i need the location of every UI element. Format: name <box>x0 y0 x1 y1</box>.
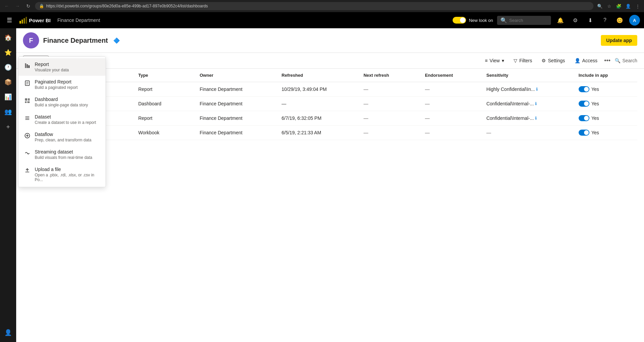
workspace-avatar: F <box>23 32 39 48</box>
new-look-toggle[interactable]: New look on <box>453 17 493 24</box>
include-toggle-1[interactable] <box>579 101 589 107</box>
dataflow-subtitle: Prep, clean, and transform data <box>35 138 100 142</box>
settings-icon: ⚙ <box>542 58 546 63</box>
zoom-button[interactable]: 🔍 <box>596 2 604 10</box>
col-header-owner: Owner <box>197 69 279 82</box>
svg-rect-11 <box>25 98 27 101</box>
search-toolbar-icon: 🔍 <box>615 58 620 63</box>
svg-rect-5 <box>27 64 28 68</box>
svg-rect-17 <box>25 119 29 120</box>
row-include-3: Yes <box>576 126 637 140</box>
report-title: Report <box>35 62 100 67</box>
search-icon: 🔍 <box>500 17 507 24</box>
menu-item-upload-file[interactable]: Upload a file Open a .pbix, .rdl, .xlsx,… <box>19 163 105 185</box>
left-sidebar: 🏠 ⭐ 🕐 📦 📊 👥 ＋ 👤 <box>0 28 16 342</box>
sidebar-recent-button[interactable]: 🕐 <box>1 61 15 74</box>
row-next-refresh-1: — <box>361 97 422 111</box>
dataset-icon <box>24 115 31 122</box>
yes-label-2: Yes <box>591 115 599 121</box>
row-type-2: Report <box>135 111 197 126</box>
include-toggle-3[interactable] <box>579 130 589 136</box>
menu-item-paginated-report[interactable]: Paginated Report Build a paginated repor… <box>19 76 105 93</box>
upload-file-title: Upload a file <box>35 167 100 172</box>
feedback-button[interactable]: 😊 <box>614 15 625 26</box>
menu-item-streaming-dataset[interactable]: Streaming dataset Build visuals from rea… <box>19 146 105 163</box>
row-next-refresh-3: — <box>361 126 422 140</box>
row-owner-0: Finance Department <box>197 82 279 97</box>
user-avatar[interactable]: A <box>629 15 640 26</box>
more-button[interactable]: ⋮ <box>634 2 641 10</box>
more-options-button[interactable]: ••• <box>604 57 611 64</box>
extensions-button[interactable]: 🧩 <box>615 2 622 10</box>
sidebar-apps-button[interactable]: 📦 <box>1 75 15 89</box>
table-body: Report Finance Department 10/29/19, 3:49… <box>23 82 637 140</box>
sensitivity-info-icon[interactable]: ℹ <box>536 87 538 92</box>
paginated-report-icon <box>24 80 31 87</box>
table-header-row: Type Owner Refreshed Next refresh Endors… <box>23 69 637 82</box>
settings-toolbar-button[interactable]: ⚙ Settings <box>539 57 568 65</box>
address-bar[interactable]: 🔒 https://dxt.powerbi.com/groups/80e26d0… <box>35 2 593 10</box>
filters-button[interactable]: ▽ Filters <box>511 57 535 65</box>
update-app-button[interactable]: Update app <box>601 35 637 46</box>
row-type-3: Workbook <box>135 126 197 140</box>
menu-item-dashboard[interactable]: Dashboard Build a single-page data story <box>19 93 105 111</box>
app-header: ☰ Power BI Finance Department New look o… <box>0 12 644 28</box>
forward-button[interactable]: → <box>13 2 22 10</box>
menu-item-report[interactable]: Report Visualize your data <box>19 58 105 76</box>
profile-button[interactable]: 👤 <box>624 2 632 10</box>
sidebar-home-button[interactable]: 🏠 <box>1 31 15 44</box>
content-area: F Finance Department 🔷 Update app + New … <box>16 28 644 342</box>
row-sensitivity-3: — <box>484 126 576 140</box>
row-refreshed-2: 6/7/19, 6:32:05 PM <box>279 111 361 126</box>
download-button[interactable]: ⬇ <box>585 15 595 26</box>
help-button[interactable]: ? <box>600 15 610 26</box>
row-sensitivity-1: Confidential\Internal-... ℹ <box>484 97 576 111</box>
access-button[interactable]: 👤 Access <box>572 57 600 65</box>
notifications-button[interactable]: 🔔 <box>555 15 566 26</box>
row-owner-3: Finance Department <box>197 126 279 140</box>
sidebar-favorites-button[interactable]: ⭐ <box>1 46 15 59</box>
row-owner-1: Finance Department <box>197 97 279 111</box>
search-toolbar-button[interactable]: 🔍 Search <box>615 58 637 63</box>
sensitivity-info-icon[interactable]: ℹ <box>535 116 537 121</box>
svg-rect-15 <box>25 116 29 117</box>
sensitivity-text: Highly Confidential\In... <box>486 87 535 92</box>
svg-rect-3 <box>26 17 27 24</box>
svg-rect-12 <box>28 98 30 101</box>
col-header-type: Type <box>135 69 197 82</box>
streaming-dataset-title: Streaming dataset <box>35 149 100 155</box>
row-next-refresh-2: — <box>361 111 422 126</box>
svg-rect-16 <box>25 118 29 118</box>
new-look-switch[interactable] <box>453 17 466 24</box>
menu-item-dataflow[interactable]: Dataflow Prep, clean, and transform data <box>19 128 105 146</box>
col-header-endorsement: Endorsement <box>422 69 484 82</box>
upload-file-subtitle: Open a .pbix, .rdl, .xlsx, or .csv in Po… <box>35 173 100 182</box>
powerbi-logo-text: Power BI <box>29 18 51 23</box>
dataset-subtitle: Create a dataset to use in a report <box>35 120 100 125</box>
sidebar-workspaces-button[interactable]: 👥 <box>1 105 15 118</box>
sidebar-learn-button[interactable]: 📊 <box>1 90 15 104</box>
streaming-dataset-icon <box>24 150 31 157</box>
dataflow-icon <box>24 132 31 139</box>
header-search-input[interactable] <box>509 18 548 23</box>
sidebar-create-button[interactable]: ＋ <box>1 120 15 133</box>
row-include-2: Yes <box>576 111 637 126</box>
reload-button[interactable]: ↻ <box>24 2 32 10</box>
hamburger-button[interactable]: ☰ <box>4 15 15 26</box>
paginated-report-title: Paginated Report <box>35 79 100 84</box>
row-include-0: Yes <box>576 82 637 97</box>
include-toggle-2[interactable] <box>579 115 589 121</box>
svg-rect-4 <box>25 63 26 68</box>
include-toggle-0[interactable] <box>579 86 589 92</box>
sidebar-bottom-button[interactable]: 👤 <box>1 326 15 339</box>
row-refreshed-1: — <box>279 97 361 111</box>
settings-button[interactable]: ⚙ <box>570 15 581 26</box>
header-search-box[interactable]: 🔍 <box>497 16 551 25</box>
bookmark-button[interactable]: ☆ <box>606 2 613 10</box>
row-type-0: Report <box>135 82 197 97</box>
back-button[interactable]: ← <box>3 2 11 10</box>
sensitivity-info-icon[interactable]: ℹ <box>535 101 537 106</box>
view-button[interactable]: ≡ View ▾ <box>482 57 507 65</box>
menu-item-dataset[interactable]: Dataset Create a dataset to use in a rep… <box>19 111 105 128</box>
svg-rect-6 <box>28 65 30 68</box>
